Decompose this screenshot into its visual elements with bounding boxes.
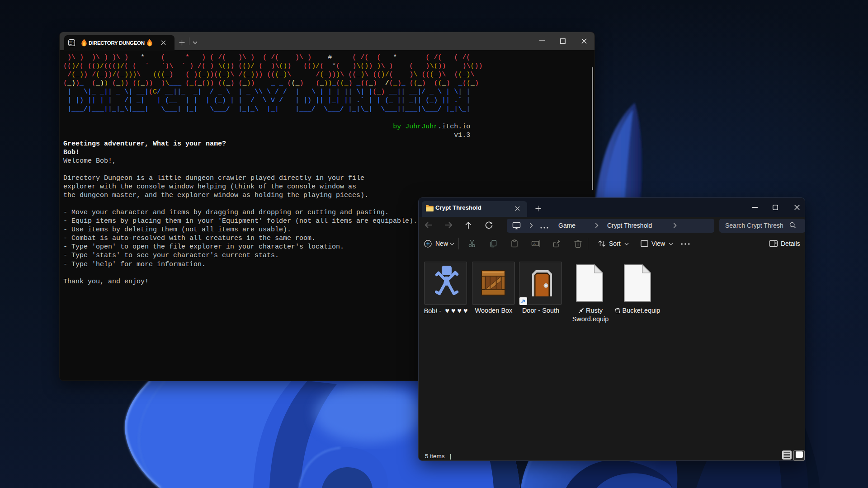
svg-text:c:\: c:\	[69, 40, 74, 43]
svg-text:A: A	[533, 242, 536, 246]
